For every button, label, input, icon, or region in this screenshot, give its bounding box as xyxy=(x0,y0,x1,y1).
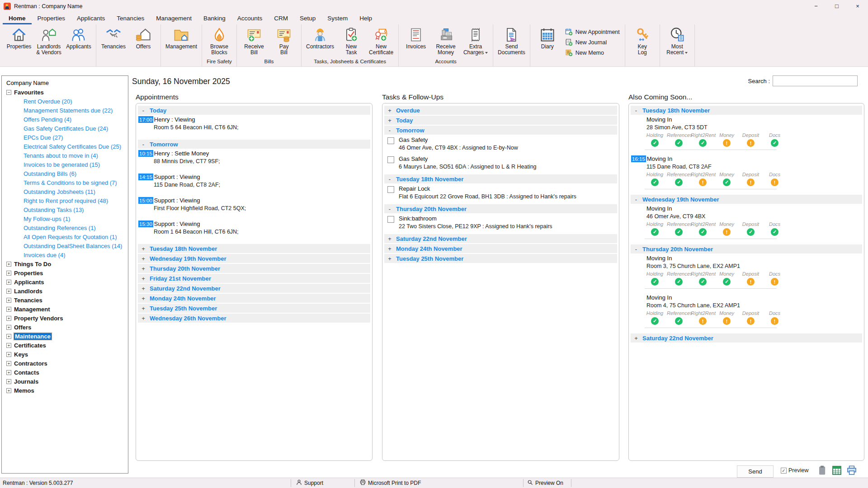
menu-item-management[interactable]: Management xyxy=(150,12,198,24)
sidebar-item-outstanding-references[interactable]: Outstanding References (1) xyxy=(5,223,128,232)
collapse-icon[interactable]: - xyxy=(631,107,642,114)
expand-icon[interactable]: + xyxy=(6,298,11,303)
collapse-icon[interactable]: - xyxy=(384,206,395,212)
menu-item-home[interactable]: Home xyxy=(3,12,32,24)
section-header-thursday-20th-november[interactable]: -Thursday 20th November xyxy=(631,244,862,253)
menu-item-help[interactable]: Help xyxy=(354,12,378,24)
expand-icon[interactable]: + xyxy=(6,388,11,393)
task-checkbox[interactable] xyxy=(387,216,394,223)
preview-on-status[interactable]: Preview On xyxy=(527,478,563,488)
sidebar-item-contacts[interactable]: +Contacts xyxy=(5,368,128,377)
collapse-icon[interactable]: - xyxy=(138,141,149,148)
collapse-icon[interactable]: − xyxy=(6,90,11,95)
ribbon-button-new-journal[interactable]: New Journal xyxy=(565,38,620,47)
expand-icon[interactable]: + xyxy=(6,370,11,375)
menu-item-system[interactable]: System xyxy=(321,12,354,24)
menu-item-tenancies[interactable]: Tenancies xyxy=(111,12,150,24)
sidebar-item-electrical-safety-certificates-due[interactable]: Electrical Safety Certificates Due (25) xyxy=(5,142,128,151)
menu-item-setup[interactable]: Setup xyxy=(294,12,321,24)
export-excel-icon[interactable] xyxy=(831,465,842,476)
expand-icon[interactable]: + xyxy=(6,307,11,312)
menu-item-banking[interactable]: Banking xyxy=(198,12,231,24)
moving-in-item[interactable]: Moving In28 Simon Ave, CT3 5DTHolding✓Re… xyxy=(631,116,863,150)
print-icon[interactable] xyxy=(846,465,857,476)
section-header-thursday-20th-november[interactable]: -Thursday 20th November xyxy=(384,204,617,213)
ribbon-button-new-memo[interactable]: New Memo xyxy=(565,48,620,57)
sidebar-item-offers-pending[interactable]: Offers Pending (4) xyxy=(5,115,128,124)
appointment-item[interactable]: 14:15Support : Viewing115 Dane Road, CT8… xyxy=(138,174,371,188)
expand-icon[interactable]: + xyxy=(138,295,149,302)
task-item[interactable]: Gas Safety6 Maurys Lane, SO51 6DA : Assi… xyxy=(387,155,618,170)
ribbon-button-management[interactable]: Management xyxy=(163,24,199,59)
sidebar-item-outstanding-jobsheets[interactable]: Outstanding Jobsheets (11) xyxy=(5,187,128,196)
expand-icon[interactable]: + xyxy=(138,285,149,292)
sidebar-item-landlords[interactable]: +Landlords xyxy=(5,286,128,296)
section-header-saturday-22nd-november[interactable]: +Saturday 22nd November xyxy=(631,333,862,343)
search-input[interactable] xyxy=(773,75,858,86)
sidebar-item-outstanding-tasks[interactable]: Outstanding Tasks (13) xyxy=(5,205,128,214)
sidebar-item-invoices-due[interactable]: Invoices due (4) xyxy=(5,250,128,259)
minimize-button[interactable]: − xyxy=(806,0,826,12)
menu-item-accounts[interactable]: Accounts xyxy=(231,12,269,24)
task-checkbox[interactable] xyxy=(387,156,394,163)
menu-item-properties[interactable]: Properties xyxy=(32,12,71,24)
close-button[interactable]: × xyxy=(847,0,868,12)
sidebar-item-tenants-about-to-move-in[interactable]: Tenants about to move in (4) xyxy=(5,151,128,160)
appointment-item[interactable]: 15:30Support : ViewingRoom 1 64 Beacon H… xyxy=(138,221,371,235)
section-header-friday-21st-november[interactable]: +Friday 21st November xyxy=(138,274,370,283)
sidebar-item-things-to-do[interactable]: +Things To Do xyxy=(5,259,128,268)
sidebar-item-rent-overdue[interactable]: Rent Overdue (20) xyxy=(5,97,128,106)
section-header-tuesday-18th-november[interactable]: +Tuesday 18th November xyxy=(138,244,370,253)
ribbon-button-pay-bill[interactable]: PayBill xyxy=(269,24,299,59)
expand-icon[interactable]: + xyxy=(6,316,11,321)
expand-icon[interactable]: + xyxy=(138,275,149,282)
menu-item-applicants[interactable]: Applicants xyxy=(71,12,111,24)
ribbon-button-key-log[interactable]: KeyLog xyxy=(627,24,657,59)
expand-icon[interactable]: + xyxy=(6,343,11,348)
section-header-monday-24th-november[interactable]: +Monday 24th November xyxy=(138,294,370,303)
section-header-monday-24th-november[interactable]: +Monday 24th November xyxy=(384,244,617,253)
expand-icon[interactable]: + xyxy=(6,379,11,384)
sidebar-item-certificates[interactable]: +Certificates xyxy=(5,341,128,350)
expand-icon[interactable]: + xyxy=(6,262,11,267)
ribbon-button-most-recent[interactable]: MostRecent xyxy=(662,24,692,59)
ribbon-button-contractors[interactable]: Contractors xyxy=(304,24,336,59)
sidebar-item-gas-safety-certificates-due[interactable]: Gas Safety Certificates Due (24) xyxy=(5,124,128,133)
support-status[interactable]: Support xyxy=(296,478,323,488)
expand-icon[interactable]: + xyxy=(6,271,11,276)
expand-icon[interactable]: + xyxy=(138,305,149,312)
preview-checkbox[interactable]: ✓ xyxy=(781,468,787,474)
section-header-tuesday-25th-november[interactable]: +Tuesday 25th November xyxy=(138,304,370,313)
menu-item-crm[interactable]: CRM xyxy=(268,12,294,24)
section-header-tomorrow[interactable]: -Tomorrow xyxy=(138,140,370,149)
moving-in-item[interactable]: Moving In46 Omer Ave, CT9 4BXHolding✓Ref… xyxy=(631,205,863,239)
expand-icon[interactable]: + xyxy=(6,325,11,330)
section-header-saturday-22nd-november[interactable]: +Saturday 22nd November xyxy=(138,284,370,293)
section-header-overdue[interactable]: +Overdue xyxy=(384,106,617,115)
sidebar-item-terms-conditions-to-be-signed[interactable]: Terms & Conditions to be signed (7) xyxy=(5,178,128,187)
sidebar-item-outstanding-bills[interactable]: Outstanding Bills (6) xyxy=(5,169,128,178)
sidebar-item-applicants[interactable]: +Applicants xyxy=(5,277,128,286)
sidebar-item-my-follow-ups[interactable]: My Follow-ups (1) xyxy=(5,214,128,223)
ribbon-button-new-task[interactable]: NewTask xyxy=(336,24,366,59)
expand-icon[interactable]: + xyxy=(138,315,149,322)
task-checkbox[interactable] xyxy=(387,137,394,144)
ribbon-button-browse-blocks[interactable]: BrowseBlocks xyxy=(204,24,234,59)
ribbon-button-applicants[interactable]: Applicants xyxy=(64,24,94,59)
expand-icon[interactable]: + xyxy=(6,280,11,285)
collapse-icon[interactable]: - xyxy=(384,127,395,134)
task-checkbox[interactable] xyxy=(387,186,394,193)
collapse-icon[interactable]: - xyxy=(138,107,149,114)
expand-icon[interactable]: + xyxy=(384,235,395,242)
sidebar-item-contractors[interactable]: +Contractors xyxy=(5,359,128,368)
sidebar-item-management[interactable]: +Management xyxy=(5,305,128,314)
expand-icon[interactable]: + xyxy=(6,361,11,366)
task-item[interactable]: Repair LockFlat 6 Equicourt 22 Grove Roa… xyxy=(387,185,618,200)
collapse-icon[interactable]: - xyxy=(384,176,395,183)
section-header-thursday-20th-november[interactable]: +Thursday 20th November xyxy=(138,264,370,273)
collapse-icon[interactable]: - xyxy=(631,196,642,203)
ribbon-button-new-appointment[interactable]: New Appointment xyxy=(565,28,620,36)
section-header-tuesday-18th-november[interactable]: -Tuesday 18th November xyxy=(631,106,862,115)
maximize-button[interactable]: □ xyxy=(826,0,847,12)
section-header-today[interactable]: +Today xyxy=(384,116,617,125)
